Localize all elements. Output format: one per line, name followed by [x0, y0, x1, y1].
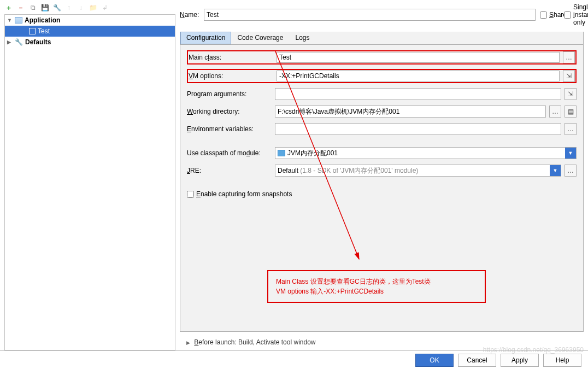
ok-button[interactable]: OK	[415, 354, 454, 367]
classpath-combo[interactable]: JVM内存分配001 ▼	[275, 147, 577, 159]
expand-arrow-icon[interactable]: ▶	[7, 39, 13, 45]
tab-configuration[interactable]: Configuration	[180, 32, 231, 44]
program-args-label: Program arguments:	[187, 90, 272, 98]
main-class-highlight: Main class: …	[187, 50, 577, 65]
name-input[interactable]	[204, 9, 536, 21]
down-icon: ↓	[77, 3, 85, 12]
vm-options-input[interactable]	[277, 71, 560, 81]
wrench-icon[interactable]: 🔧	[52, 3, 61, 12]
tab-code-coverage[interactable]: Code Coverage	[231, 32, 289, 44]
jre-label: JRE:	[187, 167, 272, 174]
working-dir-input[interactable]	[275, 106, 546, 118]
cancel-button[interactable]: Cancel	[458, 354, 496, 367]
enable-snapshots-checkbox[interactable]: Enable capturing form snapshots	[187, 190, 577, 198]
env-vars-input[interactable]	[275, 123, 561, 135]
save-icon[interactable]: 💾	[40, 3, 49, 12]
collapse-icon[interactable]: ↲	[101, 3, 109, 12]
classpath-value: JVM内存分配001	[287, 149, 338, 158]
classpath-label: Use classpath of module:	[187, 149, 272, 157]
config-tabs: Configuration Code Coverage Logs	[180, 32, 583, 45]
vm-options-label: VM options:	[189, 72, 273, 80]
expand-arrow-icon[interactable]: ▶	[186, 340, 190, 345]
tree-defaults-label: Defaults	[25, 38, 51, 46]
working-dir-label: Working directory:	[187, 108, 272, 115]
before-launch-label: Before launch: Build, Activate tool wind…	[194, 338, 315, 346]
tab-logs[interactable]: Logs	[289, 32, 315, 44]
browse-env-vars-button[interactable]: …	[565, 123, 577, 135]
up-icon: ↑	[64, 3, 73, 12]
macro-working-dir-button[interactable]: ▤	[565, 106, 577, 118]
config-tree[interactable]: ▼ Application Test ▶ 🔧 Defaults	[4, 14, 175, 350]
main-class-label: Main class:	[189, 54, 273, 61]
tree-item-label: Test	[38, 27, 50, 35]
config-toolbar: ＋ － ⧉ 💾 🔧 ↑ ↓ 📁 ↲	[4, 2, 175, 14]
help-button[interactable]: Help	[543, 354, 581, 367]
add-icon[interactable]: ＋	[4, 3, 13, 12]
copy-icon[interactable]: ⧉	[28, 3, 37, 12]
vm-options-highlight: VM options: ⇲	[187, 69, 577, 83]
jre-value: Default (1.8 - SDK of 'JVM内存分配001' modul…	[278, 166, 418, 175]
browse-working-dir-button[interactable]: …	[549, 106, 561, 118]
annotation-box: Main Class 设置想要查看GC日志的类，这里为Test类 VM opti…	[267, 270, 486, 303]
tree-item-test[interactable]: Test	[5, 26, 175, 37]
chevron-down-icon[interactable]: ▼	[550, 165, 561, 176]
apply-button[interactable]: Apply	[501, 354, 539, 367]
watermark-text: https://blog.csdn.net/qq_36963950	[483, 346, 584, 354]
application-icon	[15, 17, 22, 24]
expand-vm-options-button[interactable]: ⇲	[563, 70, 575, 82]
main-class-input[interactable]	[277, 52, 560, 63]
browse-main-class-button[interactable]: …	[563, 51, 575, 63]
annotation-line2: VM options 输入-XX:+PrintGCDetails	[276, 286, 477, 296]
folder-icon[interactable]: 📁	[89, 3, 97, 12]
browse-jre-button[interactable]: …	[565, 165, 577, 177]
single-instance-checkbox[interactable]: Single instance only	[564, 3, 584, 26]
jre-combo[interactable]: Default (1.8 - SDK of 'JVM内存分配001' modul…	[275, 165, 561, 177]
chevron-down-icon[interactable]: ▼	[565, 148, 576, 159]
run-config-icon	[29, 28, 36, 34]
share-checkbox[interactable]: Share	[540, 11, 560, 19]
annotation-line1: Main Class 设置想要查看GC日志的类，这里为Test类	[276, 277, 477, 286]
tree-app-label: Application	[25, 16, 60, 24]
name-label: Name:	[180, 11, 199, 19]
expand-arrow-icon[interactable]: ▼	[7, 17, 13, 23]
remove-icon[interactable]: －	[16, 3, 25, 12]
tree-application-node[interactable]: ▼ Application	[5, 15, 175, 26]
expand-program-args-button[interactable]: ⇲	[565, 88, 577, 100]
wrench-icon: 🔧	[15, 38, 23, 46]
tree-defaults-node[interactable]: ▶ 🔧 Defaults	[5, 37, 175, 48]
module-icon	[278, 150, 285, 156]
program-args-input[interactable]	[275, 88, 561, 100]
env-vars-label: Environment variables:	[187, 125, 272, 133]
